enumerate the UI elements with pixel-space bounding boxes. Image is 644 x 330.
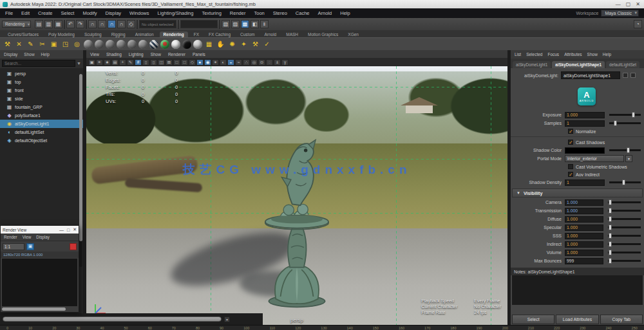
shelf-tab[interactable]: FX Caching [205,32,234,37]
close-button[interactable]: ✕ [636,1,640,7]
attribute-slider[interactable] [608,235,641,237]
range-option-button[interactable]: ▾ [224,316,230,322]
abort-render-button[interactable] [70,243,77,250]
shelf-tab[interactable]: Rigging [108,32,129,37]
samples-slider[interactable] [609,122,641,124]
blinn-icon[interactable] [95,40,104,49]
menu-item[interactable]: Texturing [202,10,221,16]
attribute-field[interactable]: 1.000 [565,241,603,248]
phonge-icon[interactable] [128,40,137,49]
render-settings-icon[interactable]: ▩ [241,20,249,28]
phong-icon[interactable] [117,40,126,49]
node-name-field[interactable]: aiSkyDomeLightShape1 [561,71,620,79]
render-view-menu-item[interactable]: View [23,235,32,239]
menu-item[interactable]: Lighting/Shading [158,10,194,16]
fish-fountain-model[interactable] [249,116,345,309]
menu-item[interactable]: Toon [254,10,264,16]
camera-attributes-icon[interactable]: ≡ [96,59,103,66]
notes-header[interactable]: Notes: aiSkyDomeLightShape1 [511,268,644,275]
shelf-tab[interactable]: Arnold [260,32,280,37]
shelf-tab[interactable]: Custom [236,32,258,37]
workspace-dropdown[interactable]: Maya Classic [601,10,639,17]
shadow-color-slider[interactable] [609,149,641,151]
surface-shader-icon[interactable] [171,40,180,49]
viewport-menu-item[interactable]: Show [151,52,161,57]
viewport-menu-item[interactable]: Renderer [168,52,185,57]
ae-action-button[interactable]: Copy Tab [600,315,643,324]
attribute-field[interactable]: 1.000 [565,233,603,239]
shelf-tab[interactable]: Sculpting [80,32,106,37]
cast-shadows-checkbox[interactable]: ✓ [568,140,573,145]
dropdown-arrow-icon[interactable]: ▾ [625,155,632,162]
undo-icon[interactable]: ↶ [66,20,75,28]
node-editor-icon[interactable]: ✕ [14,39,24,49]
time-slider[interactable]: 0102030405060708090100110120130140150160… [0,325,644,330]
ae-menu-item[interactable]: Help [603,52,611,57]
attribute-slider[interactable] [608,201,641,203]
rv-minimize-button[interactable]: — [59,228,64,232]
new-scene-icon[interactable]: ▤ [35,20,43,28]
viewport-menu-item[interactable]: Shading [106,52,122,57]
shelf-tab[interactable]: Rendering [160,32,188,37]
render-view-menu-item[interactable]: Render [4,235,17,239]
rv-close-button[interactable]: ✕ [73,227,77,232]
menu-item[interactable]: Help [340,10,350,16]
render-view-window[interactable]: Render View — □ ✕ RenderViewDisplay 1:1 … [0,225,79,313]
wireframe-icon[interactable]: ◇ [189,59,196,66]
divider[interactable] [86,20,87,29]
gate-mask-icon[interactable]: ◫ [158,59,165,66]
display-layers-icon[interactable]: ◧ [251,20,259,28]
multisample-icon[interactable]: ∴ [243,59,250,66]
lock-attribute-checkbox[interactable] [630,73,636,78]
viewport-menu-item[interactable]: View [90,52,99,57]
snap-to-plane-icon[interactable]: ∩ [117,20,126,28]
attribute-slider[interactable] [608,243,641,245]
wrap-tool-icon[interactable]: ◎ [72,39,82,49]
attribute-field[interactable]: 1.000 [565,216,603,223]
outliner-item[interactable]: ▣ front [0,86,83,95]
2d-pan-zoom-icon[interactable]: + [119,59,126,66]
spacer[interactable] [270,20,632,28]
make-live-icon[interactable]: ◇ [127,20,135,28]
ae-node-tab[interactable]: aiSkyDomeLightShape1 [552,61,605,68]
ae-action-button[interactable]: Select [512,315,554,324]
hypershade-icon[interactable]: ⚒ [3,39,12,49]
attribute-slider[interactable] [608,226,641,228]
attribute-field[interactable]: 999 [565,258,603,264]
outliner-item[interactable]: ▦ fountain_GRP [0,103,83,111]
render-view-hscrollbar[interactable] [1,307,79,312]
ae-menu-item[interactable]: Show [587,52,598,57]
shelf-tab[interactable]: XGen [344,32,363,37]
viewport-menu-item[interactable]: Lighting [129,52,144,57]
grease-pencil-icon[interactable]: ✎ [127,59,134,66]
outliner-item[interactable]: ◐ defaultLightSet [0,128,83,136]
samples-field[interactable]: 1 [565,120,605,127]
ai-standard-volume-icon[interactable]: ▦ [204,39,214,49]
open-scene-icon[interactable]: ▥ [44,20,53,28]
zoom-dropdown[interactable]: 1:1 [3,243,24,250]
viewport-menu-item[interactable]: Panels [193,52,205,57]
snap-to-point-icon[interactable]: ∩ [108,20,116,28]
select-camera-icon[interactable]: ▣ [88,59,95,66]
divider[interactable] [137,20,138,29]
menu-item[interactable]: Render [230,10,246,16]
render-view-title-bar[interactable]: Render View — □ ✕ [1,226,79,234]
xray-icon[interactable]: ◌ [266,59,273,66]
visibility-section-header[interactable]: ▼ Visibility [512,188,643,197]
bookmark-icon[interactable]: ★ [104,59,111,66]
menu-item[interactable]: Stereo [273,10,287,16]
resolution-gate-icon[interactable]: ▯ [150,59,157,66]
shelf-tab[interactable]: Motion Graphics [304,32,342,37]
attribute-slider[interactable] [608,218,641,220]
menu-item[interactable]: Cache [296,10,310,16]
shadow-density-slider[interactable] [609,181,641,183]
menu-item[interactable]: Select [61,10,75,16]
ai-mix-shader-icon[interactable] [193,40,202,49]
outliner-search-input[interactable] [2,60,75,67]
aov-indirect-checkbox[interactable]: ✓ [568,172,573,177]
textured-icon[interactable]: ◉ [204,59,211,66]
ae-node-tab[interactable]: aiSkyDomeLight1 [513,61,551,68]
snapshot-icon[interactable]: ▣ [26,243,34,250]
shelf-tab[interactable]: Poly Modeling [44,32,79,37]
menu-item[interactable]: Display [106,10,122,16]
